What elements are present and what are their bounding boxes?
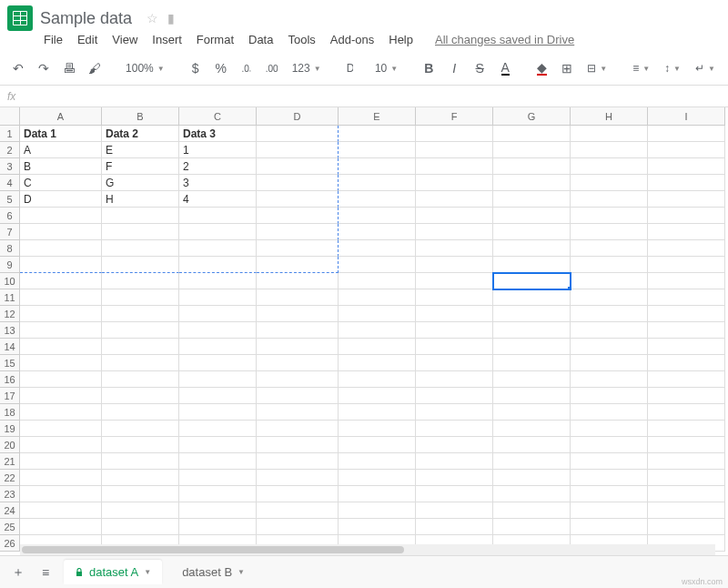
fill-color-button[interactable]: ◆ — [532, 57, 551, 79]
menu-data[interactable]: Data — [248, 33, 273, 46]
cell[interactable] — [416, 322, 493, 339]
horizontal-scrollbar[interactable] — [20, 544, 715, 555]
cell[interactable] — [20, 322, 102, 339]
cell[interactable] — [648, 126, 725, 142]
row-header[interactable]: 18 — [0, 404, 20, 421]
cell[interactable] — [102, 257, 179, 273]
document-title[interactable]: Sample data — [40, 9, 132, 28]
cell[interactable] — [339, 306, 416, 322]
cell[interactable] — [20, 224, 102, 240]
cell[interactable] — [179, 355, 257, 371]
cell[interactable] — [493, 306, 571, 322]
column-header[interactable]: F — [416, 107, 493, 126]
cell[interactable] — [102, 355, 179, 371]
font-select[interactable]: Default (Ari...▼ — [343, 62, 353, 75]
cell[interactable] — [339, 273, 416, 289]
cell[interactable] — [648, 371, 725, 388]
cell[interactable] — [20, 404, 102, 421]
cell[interactable] — [257, 388, 339, 404]
cell[interactable] — [493, 158, 571, 175]
cell[interactable]: 1 — [179, 142, 257, 158]
cell[interactable] — [648, 240, 725, 257]
cell[interactable] — [416, 486, 493, 502]
cell[interactable] — [179, 208, 257, 224]
currency-button[interactable]: $ — [187, 57, 205, 79]
cell[interactable] — [571, 453, 648, 470]
row-header[interactable]: 26 — [0, 535, 20, 552]
row-header[interactable]: 25 — [0, 519, 20, 535]
cell[interactable] — [648, 322, 725, 339]
row-header[interactable]: 7 — [0, 224, 20, 240]
cell[interactable] — [179, 502, 257, 519]
cell[interactable]: 4 — [179, 191, 257, 208]
cell[interactable] — [339, 437, 416, 453]
cell[interactable] — [179, 519, 257, 535]
cell[interactable] — [416, 339, 493, 355]
cell[interactable] — [416, 453, 493, 470]
cell[interactable] — [571, 470, 648, 486]
cell[interactable] — [339, 339, 416, 355]
row-header[interactable]: 13 — [0, 322, 20, 339]
cell[interactable] — [102, 322, 179, 339]
cell[interactable] — [339, 388, 416, 404]
cell[interactable] — [257, 175, 339, 191]
cell[interactable] — [648, 208, 725, 224]
cell[interactable] — [179, 257, 257, 273]
cell[interactable] — [493, 421, 571, 437]
cell[interactable] — [179, 404, 257, 421]
cell[interactable] — [179, 224, 257, 240]
cell[interactable] — [648, 175, 725, 191]
cell[interactable] — [339, 519, 416, 535]
cell[interactable] — [493, 191, 571, 208]
cell[interactable] — [339, 142, 416, 158]
cell[interactable] — [493, 208, 571, 224]
cell[interactable] — [20, 273, 102, 289]
cell[interactable] — [493, 502, 571, 519]
cell[interactable]: 3 — [179, 175, 257, 191]
cell[interactable] — [648, 355, 725, 371]
cell[interactable] — [571, 191, 648, 208]
cell[interactable] — [648, 306, 725, 322]
cell[interactable]: D — [20, 191, 102, 208]
cell[interactable] — [648, 339, 725, 355]
cell[interactable] — [339, 355, 416, 371]
more-formats-button[interactable]: 123▼ — [288, 62, 325, 75]
cell[interactable] — [648, 191, 725, 208]
fx-input[interactable] — [35, 89, 721, 104]
row-header[interactable]: 21 — [0, 453, 20, 470]
cell[interactable] — [571, 126, 648, 142]
print-button[interactable]: 🖶 — [60, 57, 78, 79]
cell[interactable] — [648, 453, 725, 470]
cell[interactable] — [648, 224, 725, 240]
paint-format-button[interactable]: 🖌 — [86, 57, 104, 79]
cell[interactable] — [648, 257, 725, 273]
cell[interactable] — [20, 240, 102, 257]
cell[interactable] — [339, 371, 416, 388]
cell[interactable] — [179, 273, 257, 289]
cell[interactable] — [571, 355, 648, 371]
row-header[interactable]: 11 — [0, 289, 20, 306]
menu-tools[interactable]: Tools — [288, 33, 315, 46]
cell[interactable] — [20, 208, 102, 224]
cell[interactable] — [571, 519, 648, 535]
cell[interactable] — [571, 437, 648, 453]
cell[interactable] — [257, 355, 339, 371]
cell[interactable] — [571, 257, 648, 273]
cell[interactable] — [339, 126, 416, 142]
cell[interactable] — [339, 240, 416, 257]
redo-button[interactable]: ↷ — [35, 57, 53, 79]
cell[interactable] — [339, 486, 416, 502]
cell[interactable] — [648, 502, 725, 519]
cell[interactable] — [571, 371, 648, 388]
cell[interactable] — [648, 388, 725, 404]
cell[interactable] — [257, 453, 339, 470]
select-all-corner[interactable] — [0, 107, 20, 126]
cell[interactable] — [416, 240, 493, 257]
menu-insert[interactable]: Insert — [152, 33, 182, 46]
cell[interactable] — [339, 453, 416, 470]
cell[interactable] — [339, 257, 416, 273]
cell[interactable] — [179, 470, 257, 486]
cell[interactable] — [493, 339, 571, 355]
italic-button[interactable]: I — [445, 57, 463, 79]
cell[interactable] — [571, 240, 648, 257]
